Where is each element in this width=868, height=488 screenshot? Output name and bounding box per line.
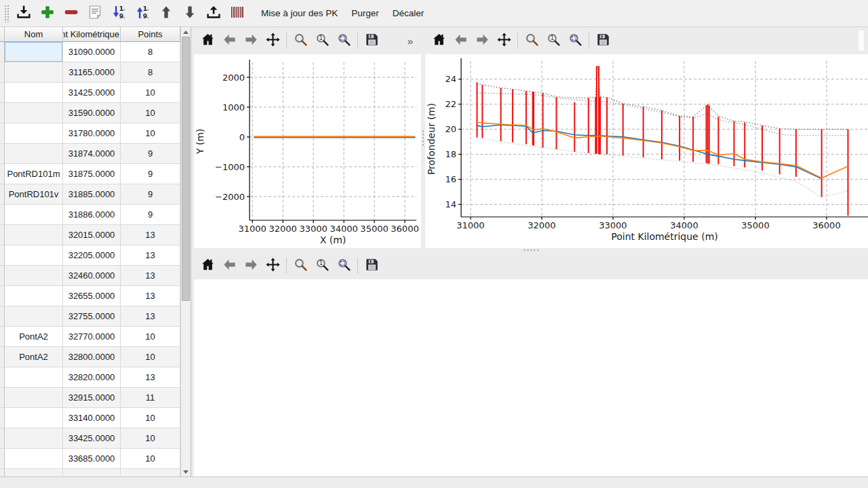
zoom-one-button[interactable]: 1 (313, 31, 332, 50)
cell-points[interactable]: 11 (121, 388, 180, 408)
scroll-down-button[interactable] (181, 467, 191, 476)
cell-points[interactable]: 9 (121, 144, 180, 164)
save-button[interactable] (593, 31, 612, 50)
cell-pk[interactable]: 32655.0000 (63, 286, 121, 306)
profile-plot-canvas[interactable]: 3100032000330003400035000360001416182022… (425, 54, 868, 248)
column-header-points[interactable]: Points (121, 27, 180, 42)
row-header[interactable] (0, 62, 5, 83)
cell-points[interactable]: 10 (121, 449, 180, 469)
zoom-one-button[interactable]: 1 (313, 256, 332, 275)
row-header[interactable] (0, 42, 5, 62)
row-header[interactable] (0, 367, 5, 388)
zoom-button[interactable] (522, 31, 541, 50)
home-button[interactable] (198, 31, 217, 50)
row-header[interactable] (0, 469, 5, 476)
cell-nom[interactable] (5, 62, 63, 83)
cell-points[interactable]: 9 (121, 205, 180, 225)
cell-nom[interactable] (5, 225, 63, 245)
cell-pk[interactable]: 32770.0000 (63, 327, 121, 347)
forward-button[interactable] (241, 31, 260, 50)
cell-pk[interactable]: 33685.0000 (63, 449, 121, 469)
row-header[interactable] (0, 428, 5, 449)
row-header[interactable] (0, 449, 5, 469)
notes-button[interactable] (85, 3, 105, 24)
row-header[interactable] (0, 123, 5, 144)
cell-pk[interactable]: 32755.0000 (63, 306, 121, 327)
cell-pk[interactable]: 31425.0000 (63, 83, 121, 103)
row-header[interactable] (0, 164, 5, 184)
cell-points[interactable]: 13 (121, 306, 180, 327)
cell-points[interactable]: 13 (121, 286, 180, 306)
remove-button[interactable] (61, 3, 81, 24)
row-header[interactable] (0, 103, 5, 123)
cell-pk[interactable]: 31874.0000 (63, 144, 121, 164)
row-header[interactable] (0, 347, 5, 367)
cell-points[interactable]: 10 (121, 327, 180, 347)
cell-nom[interactable] (5, 469, 63, 476)
cell-points[interactable]: 10 (121, 83, 180, 103)
cell-pk[interactable]: 32205.0000 (63, 245, 121, 266)
pan-button[interactable] (494, 31, 513, 50)
sort-desc-button[interactable]: 19 (108, 3, 129, 24)
cell-points[interactable]: 13 (121, 367, 180, 388)
cell-pk[interactable]: 31165.0000 (63, 62, 121, 83)
move-down-button[interactable] (180, 3, 200, 24)
purge-button[interactable]: Purger (344, 4, 386, 22)
cell-nom[interactable] (5, 266, 63, 286)
cell-nom[interactable] (5, 367, 63, 388)
cell-points[interactable]: 10 (121, 123, 180, 144)
cell-points[interactable]: 9 (121, 164, 180, 184)
forward-button[interactable] (241, 256, 260, 275)
column-header-nom[interactable]: Nom (5, 27, 63, 42)
cell-points[interactable]: 8 (121, 62, 180, 83)
cell-nom[interactable] (5, 123, 63, 144)
zoom-button[interactable] (291, 256, 310, 275)
import-button[interactable] (14, 3, 34, 24)
row-header[interactable] (0, 408, 5, 428)
cell-points[interactable]: 10 (121, 428, 180, 449)
bottom-plot-canvas[interactable] (194, 279, 868, 476)
cell-pk[interactable] (63, 469, 121, 476)
cell-pk[interactable]: 31090.0000 (63, 42, 121, 62)
row-header[interactable] (0, 327, 5, 347)
cell-pk[interactable]: 31780.0000 (63, 123, 121, 144)
cell-nom[interactable] (5, 449, 63, 469)
export-button[interactable] (203, 3, 224, 24)
save-button[interactable] (362, 256, 381, 275)
column-header-pk[interactable]: Point Kilométrique (63, 27, 121, 42)
cell-nom[interactable]: PontA2 (5, 347, 63, 367)
cell-points[interactable]: 13 (121, 245, 180, 266)
cell-nom[interactable] (5, 286, 63, 306)
cell-points[interactable]: 10 (121, 347, 180, 367)
row-header[interactable] (0, 184, 5, 205)
barcode-button[interactable] (227, 3, 248, 24)
cell-points[interactable]: 13 (121, 266, 180, 286)
cell-nom[interactable] (5, 144, 63, 164)
cell-nom[interactable] (5, 103, 63, 123)
zoom-button[interactable] (291, 31, 310, 50)
cell-pk[interactable]: 31590.0000 (63, 103, 121, 123)
zoom-rect-button[interactable] (566, 31, 585, 50)
zoom-rect-button[interactable] (334, 256, 353, 275)
pan-button[interactable] (263, 256, 282, 275)
scrollbar-track[interactable] (181, 37, 191, 467)
pan-button[interactable] (263, 31, 282, 50)
row-header[interactable] (0, 144, 5, 164)
cell-nom[interactable]: PontRD101m (5, 164, 63, 184)
update-pk-button[interactable]: Mise à jour des PK (254, 4, 344, 22)
home-button[interactable] (198, 256, 217, 275)
toolbar-overflow-button[interactable]: » (403, 34, 417, 48)
cell-nom[interactable] (5, 428, 63, 449)
row-header[interactable] (0, 388, 5, 408)
cell-points[interactable] (121, 469, 180, 476)
back-button[interactable] (220, 256, 239, 275)
cell-points[interactable]: 10 (121, 408, 180, 428)
zoom-rect-button[interactable] (334, 31, 353, 50)
row-header[interactable] (0, 83, 5, 103)
row-header[interactable] (0, 306, 5, 327)
save-button[interactable] (362, 31, 381, 50)
cell-pk[interactable]: 31886.0000 (63, 205, 121, 225)
cell-pk[interactable]: 33140.0000 (63, 408, 121, 428)
cell-nom[interactable]: PontRD101v (5, 184, 63, 205)
scrollbar-thumb[interactable] (182, 37, 190, 301)
